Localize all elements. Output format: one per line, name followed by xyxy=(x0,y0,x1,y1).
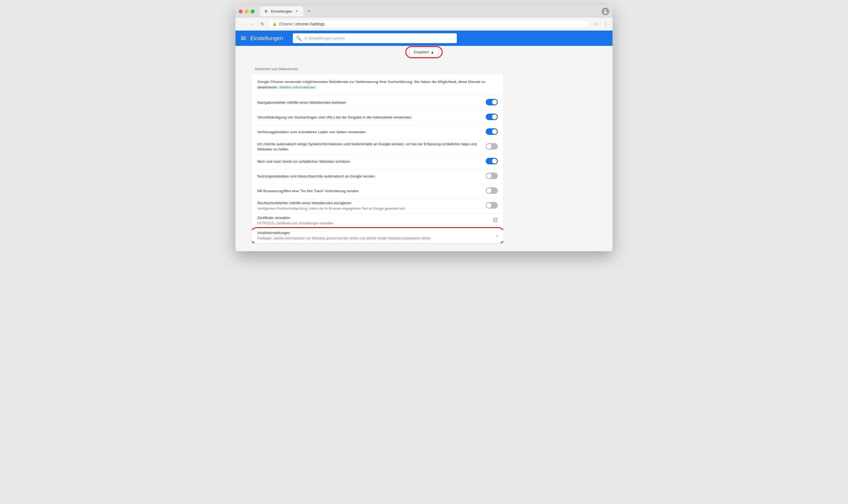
tab-favicon: ⚙ xyxy=(264,9,269,14)
more-button[interactable]: ⋮ xyxy=(602,20,609,28)
erweitert-label: Erweitert xyxy=(413,50,429,54)
chevron-up-icon: ▲ xyxy=(430,50,435,54)
toggle-switch[interactable] xyxy=(486,173,498,179)
toggle-switch[interactable] xyxy=(486,143,498,150)
toggle-switch[interactable] xyxy=(486,202,498,209)
menu-line xyxy=(241,39,246,40)
setting-label: Mit Browserzugriffen eine "Do Not Track"… xyxy=(257,188,480,194)
toggle-slider xyxy=(486,187,498,194)
setting-main-label: Rechtschreibfehler mithilfe eines Webdie… xyxy=(257,201,480,206)
chrome-header: Einstellungen 🔍 xyxy=(235,31,613,46)
setting-sub-label: Festlegen, welche Informationen von Webs… xyxy=(257,236,491,241)
address-bar[interactable]: 🔒 Chrome | chrome://settings xyxy=(268,20,589,29)
toggle-rechtschreibung[interactable] xyxy=(486,202,498,210)
setting-row-systeminformationen: Ich möchte automatisch einige Systeminfo… xyxy=(252,140,503,155)
toggle-do-not-track[interactable] xyxy=(486,187,498,195)
setting-sub-label: Intelligentere Rechtschreibprüfung, inde… xyxy=(257,206,480,211)
setting-row-vorhersage: Vorhersagefunktion zum schnelleren Laden… xyxy=(252,125,503,140)
toggle-slider xyxy=(486,143,498,150)
external-link-icon xyxy=(493,219,498,223)
search-input[interactable] xyxy=(304,36,454,40)
external-link-zertifikate[interactable] xyxy=(493,218,498,223)
nav-right: ☆ ⋮ xyxy=(592,20,609,28)
toggle-slider xyxy=(486,99,498,105)
setting-row-nutzungsstatistiken: Nutzungsstatistiken und Absturzberichte … xyxy=(252,169,503,184)
toggle-schutz[interactable] xyxy=(486,158,498,165)
browser-window: ⚙ Einstellungen ✕ + ← → ↻ 🔒 Chrome | chr… xyxy=(235,5,613,251)
titlebar-right xyxy=(602,8,609,15)
erweitert-bar: Erweitert ▲ xyxy=(235,46,613,59)
account-icon[interactable] xyxy=(602,8,609,15)
lock-icon: 🔒 xyxy=(272,22,277,26)
erweitert-button[interactable]: Erweitert ▲ xyxy=(409,48,438,56)
tab-close-button[interactable]: ✕ xyxy=(295,9,299,14)
menu-line xyxy=(241,38,246,38)
toggle-nav-fehler[interactable] xyxy=(486,99,498,107)
setting-sub-label: HTTPS/SSL-Zertifikate und -Einstellungen… xyxy=(257,221,488,226)
back-button[interactable]: ← xyxy=(239,20,246,28)
toggle-systeminformationen[interactable] xyxy=(486,143,498,151)
forward-button[interactable]: → xyxy=(249,20,256,28)
menu-line xyxy=(241,37,246,37)
toggle-switch[interactable] xyxy=(486,99,498,105)
toggle-switch[interactable] xyxy=(486,158,498,164)
tab-bar: ⚙ Einstellungen ✕ + xyxy=(260,6,599,16)
info-link[interactable]: Weitere Informationen xyxy=(279,85,316,89)
toggle-slider xyxy=(486,158,498,164)
settings-card: Google Chrome verwendet möglicherweise W… xyxy=(252,74,503,243)
minimize-button[interactable] xyxy=(245,10,249,13)
setting-label: Ich möchte automatisch einige Systeminfo… xyxy=(257,142,480,152)
setting-label: Vorhersagefunktion zum schnelleren Laden… xyxy=(257,130,480,135)
section-title: Sicherheit und Datenschutz xyxy=(252,67,503,71)
setting-label: Rechtschreibfehler mithilfe eines Webdie… xyxy=(257,201,480,211)
settings-title: Einstellungen xyxy=(250,35,283,41)
info-row: Google Chrome verwendet möglicherweise W… xyxy=(252,74,503,95)
arrow-inhaltseinstellungen[interactable]: › xyxy=(496,233,498,238)
main-content: Sicherheit und Datenschutz Google Chrome… xyxy=(235,59,613,251)
setting-main-label: Inhaltseinstellungen xyxy=(257,230,491,236)
settings-content: Sicherheit und Datenschutz Google Chrome… xyxy=(235,59,509,251)
setting-row-inhaltseinstellungen[interactable]: Inhaltseinstellungen Festlegen, welche I… xyxy=(252,228,503,243)
setting-row-do-not-track: Mit Browserzugriffen eine "Do Not Track"… xyxy=(252,184,503,199)
reload-button[interactable]: ↻ xyxy=(259,20,266,28)
toggle-switch[interactable] xyxy=(486,128,498,135)
setting-row-zertifikate: Zertifikate verwalten HTTPS/SSL-Zertifik… xyxy=(252,214,503,228)
toggle-slider xyxy=(486,113,498,120)
setting-label: Inhaltseinstellungen Festlegen, welche I… xyxy=(257,230,491,241)
setting-row-nav-fehler: Navigationsfehler mithilfe eines Webdien… xyxy=(252,95,503,110)
toggle-vervollstaendigung[interactable] xyxy=(486,113,498,121)
tab-title: Einstellungen xyxy=(271,9,292,13)
toggle-slider xyxy=(486,202,498,209)
setting-label: Vervollständigung von Suchanfragen und U… xyxy=(257,115,480,120)
active-tab[interactable]: ⚙ Einstellungen ✕ xyxy=(260,6,303,16)
url-text: Chrome | chrome://settings xyxy=(279,22,585,26)
titlebar: ⚙ Einstellungen ✕ + xyxy=(235,5,613,17)
toggle-vorhersage[interactable] xyxy=(486,128,498,136)
new-tab-button[interactable]: + xyxy=(305,8,313,15)
star-button[interactable]: ☆ xyxy=(592,20,600,28)
close-button[interactable] xyxy=(239,10,243,13)
navbar: ← → ↻ 🔒 Chrome | chrome://settings ☆ ⋮ xyxy=(235,17,613,31)
toggle-switch[interactable] xyxy=(486,113,498,120)
toggle-nutzungsstatistiken[interactable] xyxy=(486,173,498,180)
search-box[interactable]: 🔍 xyxy=(293,33,457,43)
setting-label: Navigationsfehler mithilfe eines Webdien… xyxy=(257,100,480,105)
setting-label: Nutzungsstatistiken und Absturzberichte … xyxy=(257,174,480,179)
setting-row-schutz: Mich und mein Gerät vor schädlichen Webs… xyxy=(252,155,503,169)
url-path: chrome://settings xyxy=(296,22,325,26)
search-icon: 🔍 xyxy=(296,36,302,41)
setting-label: Zertifikate verwalten HTTPS/SSL-Zertifik… xyxy=(257,215,488,226)
setting-row-rechtschreibung: Rechtschreibfehler mithilfe eines Webdie… xyxy=(252,199,503,214)
setting-label: Mich und mein Gerät vor schädlichen Webs… xyxy=(257,159,480,164)
maximize-button[interactable] xyxy=(251,10,254,13)
traffic-lights xyxy=(239,10,254,13)
menu-icon[interactable] xyxy=(241,37,246,40)
toggle-slider xyxy=(486,173,498,179)
toggle-slider xyxy=(486,128,498,135)
chevron-right-icon: › xyxy=(496,233,498,238)
toggle-switch[interactable] xyxy=(486,187,498,194)
setting-row-vervollstaendigung: Vervollständigung von Suchanfragen und U… xyxy=(252,110,503,125)
setting-main-label: Zertifikate verwalten xyxy=(257,215,488,221)
url-site: Chrome xyxy=(279,22,293,26)
